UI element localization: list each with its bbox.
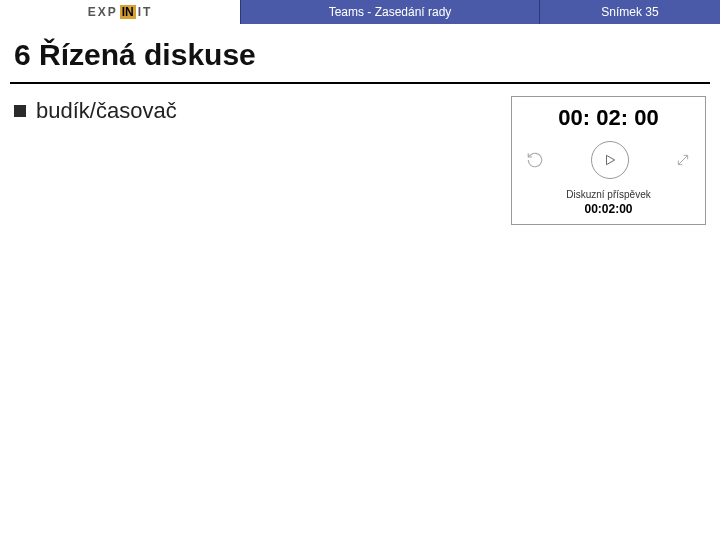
slide-content: budík/časovač 00: 02: 00 [0, 98, 720, 225]
reset-icon[interactable] [526, 151, 544, 169]
slide-number: Snímek 35 [540, 0, 720, 24]
svg-marker-0 [606, 155, 614, 164]
title-rule [10, 82, 710, 84]
list-item: budík/časovač [14, 98, 511, 124]
timer-sub-display: 00:02:00 [518, 202, 699, 216]
timer-controls [518, 141, 699, 189]
square-bullet-icon [14, 105, 26, 117]
svg-line-1 [678, 155, 687, 164]
timer-caption: Diskuzní příspěvek [518, 189, 699, 200]
logo-text-pre: EXP [88, 5, 118, 19]
slide-header: EXPINIT Teams - Zasedání rady Snímek 35 [0, 0, 720, 24]
timer-display: 00: 02: 00 [518, 105, 699, 131]
brand-logo: EXPINIT [0, 0, 240, 24]
deck-title: Teams - Zasedání rady [240, 0, 540, 24]
play-button[interactable] [591, 141, 629, 179]
timer-widget: 00: 02: 00 Diskuzní přís [511, 96, 706, 225]
page-title: 6 Řízená diskuse [0, 24, 720, 82]
logo-text-post: IT [138, 5, 153, 19]
expand-icon[interactable] [675, 152, 691, 168]
bullet-text: budík/časovač [36, 98, 177, 124]
logo-text-mid: IN [120, 5, 136, 19]
bullet-list: budík/časovač [14, 98, 511, 225]
